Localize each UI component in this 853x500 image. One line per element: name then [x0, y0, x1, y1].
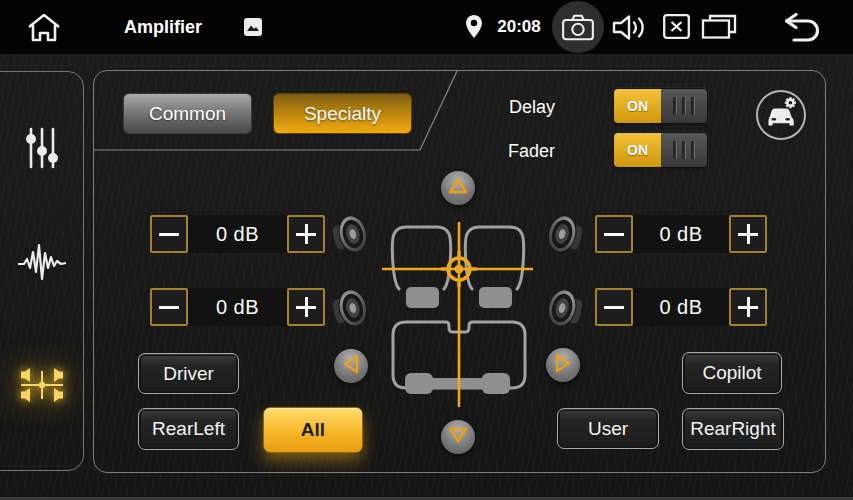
gallery-icon[interactable] [243, 17, 263, 37]
preset-copilot-button[interactable]: Copilot [682, 352, 782, 394]
volume-icon[interactable] [612, 14, 648, 41]
tab-common[interactable]: Common [123, 93, 252, 134]
sound-effect-wave-icon[interactable] [16, 240, 68, 284]
toggle-grip [661, 133, 707, 167]
car-settings-button[interactable] [756, 90, 806, 140]
speaker-icon [547, 284, 585, 334]
decrease-button[interactable] [150, 215, 188, 253]
preset-driver-button[interactable]: Driver [138, 353, 239, 394]
toggle-grip [661, 89, 707, 123]
back-icon[interactable] [782, 12, 822, 42]
gain-value: 0 dB [659, 296, 702, 319]
increase-button[interactable] [729, 288, 767, 326]
delay-toggle[interactable]: ON [613, 88, 708, 124]
gain-front-left: 0 dB [150, 215, 325, 253]
preset-rearleft-button[interactable]: RearLeft [138, 408, 239, 450]
arrow-right-button[interactable] [546, 348, 580, 382]
gain-value: 0 dB [659, 223, 702, 246]
arrow-left-icon [342, 353, 360, 379]
tab-specialty[interactable]: Specialty [273, 93, 412, 134]
arrow-right-icon [554, 352, 572, 378]
gain-value: 0 dB [216, 296, 259, 319]
speaker-icon [330, 210, 368, 260]
toggle-on-label: ON [614, 133, 661, 167]
decrease-button[interactable] [595, 215, 633, 253]
preset-label: RearLeft [152, 418, 225, 440]
arrow-down-icon [447, 426, 469, 448]
car-settings-icon [763, 96, 799, 134]
increase-button[interactable] [287, 215, 325, 253]
clock: 20:08 [494, 0, 544, 54]
recent-apps-icon[interactable] [701, 14, 737, 39]
gain-rear-right: 0 dB [595, 288, 767, 326]
fader-toggle[interactable]: ON [613, 132, 708, 168]
location-icon [466, 15, 482, 39]
tab-specialty-label: Specialty [304, 103, 381, 125]
increase-button[interactable] [729, 215, 767, 253]
statusbar: Amplifier 20:08 [0, 0, 853, 55]
preset-all-button[interactable]: All [263, 407, 363, 453]
delay-label: Delay [470, 97, 555, 118]
gain-rear-left: 0 dB [150, 288, 325, 326]
page-title: Amplifier [124, 0, 202, 54]
preset-user-button[interactable]: User [557, 408, 659, 449]
preset-label: RearRight [690, 418, 776, 440]
speaker-icon [330, 284, 368, 334]
gain-front-right: 0 dB [595, 215, 767, 253]
speaker-icon [547, 210, 585, 260]
home-icon[interactable] [26, 11, 62, 43]
arrow-up-icon [447, 177, 469, 199]
camera-icon [562, 14, 594, 41]
decrease-button[interactable] [595, 288, 633, 326]
preset-label: All [301, 419, 325, 441]
gain-value: 0 dB [216, 223, 259, 246]
screenshot-button[interactable] [552, 1, 604, 53]
fader-label: Fader [470, 141, 555, 162]
decrease-button[interactable] [150, 288, 188, 326]
arrow-up-button[interactable] [441, 171, 475, 205]
preset-label: User [588, 418, 628, 440]
preset-label: Copilot [702, 362, 761, 384]
arrow-down-button[interactable] [441, 420, 475, 454]
tab-common-label: Common [149, 103, 226, 125]
close-window-icon[interactable] [663, 14, 690, 39]
preset-label: Driver [163, 363, 214, 385]
head-unit-screen: Amplifier 20:08 [0, 0, 853, 500]
arrow-left-button[interactable] [334, 349, 368, 383]
toggle-on-label: ON [614, 89, 661, 123]
balance-fader-icon[interactable] [19, 360, 65, 410]
increase-button[interactable] [287, 288, 325, 326]
preset-rearright-button[interactable]: RearRight [682, 408, 784, 450]
equalizer-icon[interactable] [24, 126, 60, 170]
